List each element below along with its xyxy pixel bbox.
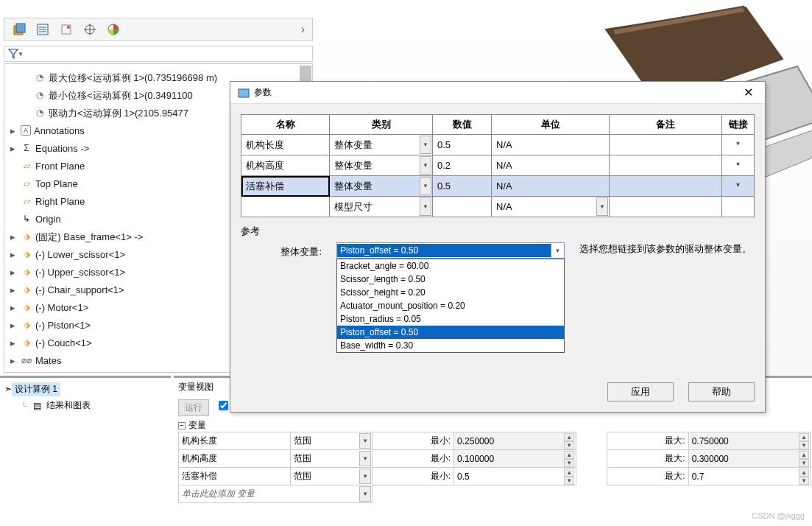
mates-icon: ⌀⌀ [21,354,32,366]
part-icon: ⬗ [21,284,32,295]
sensor-icon: ◔ [34,89,46,101]
filter-dd[interactable]: ▼ [18,51,24,57]
var-name-cell[interactable]: 机构高度 [179,450,291,468]
part-icon: ⬗ [21,231,32,242]
tab-sketch-icon[interactable] [57,21,75,38]
max-input[interactable]: 0.300000▲▼ [688,450,811,468]
spinner-icon[interactable]: ▲▼ [799,469,809,484]
max-label: 最大: [607,450,688,468]
combo-selected-value: Piston_offset = 0.50 [337,244,551,257]
run-checkbox[interactable] [219,401,228,410]
combo-option[interactable]: Scissor_height = 0.20 [337,286,564,299]
max-label: 最大: [607,468,688,485]
combo-dropdown-list: Bracket_angle = 60.00 Scissor_length = 0… [336,259,565,353]
spinner-icon[interactable]: ▲▼ [564,469,574,484]
variable-row: 活塞补偿 范围▼ 最小: 0.5▲▼ 最大: 0.7▲▼ [179,468,811,485]
col-name: 名称 [241,115,330,135]
sensor-icon: ◔ [34,107,46,119]
combo-option[interactable]: Base_width = 0.30 [337,339,564,352]
var-type-cell[interactable]: 范围▼ [291,450,373,468]
part-icon: ⬗ [21,301,32,313]
design-study-root[interactable]: ➣设计算例 1 [4,382,166,399]
combo-option[interactable]: Piston_radius = 0.05 [337,312,564,326]
filter-bar: ▼ [4,46,313,62]
tab-more-arrow[interactable]: › [301,23,305,36]
part-icon: ⬗ [21,337,32,348]
var-name-cell[interactable]: 活塞补偿 [179,468,291,485]
dropdown-icon[interactable]: ▼ [420,136,431,154]
run-button[interactable]: 运行 [178,399,209,416]
var-type-cell[interactable]: 范围▼ [291,432,373,450]
spinner-icon[interactable]: ▲▼ [799,433,809,449]
dropdown-icon[interactable]: ▼ [420,156,431,175]
col-unit: 单位 [492,115,610,135]
dialog-titlebar[interactable]: 参数 ✕ [230,82,765,104]
max-input[interactable]: 0.7▲▼ [688,468,811,485]
plane-icon: ▱ [21,178,32,189]
svg-rect-13 [239,89,249,97]
dialog-title-text: 参数 [254,86,272,99]
annotations-icon: A [21,125,31,136]
equations-icon: Σ [21,142,32,154]
table-row[interactable]: 模型尺寸▼ N/A▼ [241,197,755,217]
parameters-dialog: 参数 ✕ 名称 类别 数值 单位 备注 链接 机构长度 整体变量▼ 0.5 N/… [230,81,766,413]
help-button[interactable]: 帮助 [688,382,755,401]
reference-section: 参考 整体变量: Piston_offset = 0.50 ▼ Bracket_… [241,225,755,259]
spinner-icon[interactable]: ▲▼ [564,433,574,449]
max-label: 最大: [607,432,688,450]
svg-point-7 [67,26,70,29]
min-input[interactable]: 0.5▲▼ [454,468,576,485]
var-name-cell[interactable]: 机构长度 [179,432,291,450]
table-header-row: 名称 类别 数值 单位 备注 链接 [241,115,755,135]
var-type-cell[interactable]: 范围▼ [291,468,373,485]
variables-table: 机构长度 范围▼ 最小: 0.250000▲▼ 最大: 0.750000▲▼ 机… [178,432,811,503]
close-button[interactable]: ✕ [739,85,758,99]
tab-list-icon[interactable] [34,21,52,38]
dropdown-icon[interactable]: ▼ [596,197,608,216]
dropdown-icon[interactable]: ▼ [359,486,371,502]
section-variables-label: 变量 [188,420,206,430]
chevron-down-icon[interactable]: ▼ [551,243,564,258]
min-label: 最小: [373,450,454,468]
variable-view-tab[interactable]: 变量视图 [178,381,213,393]
tab-cube-icon[interactable] [10,21,28,38]
feature-manager-tabs: › [4,18,313,41]
watermark: CSDN @jkggg [752,511,805,520]
reference-label: 参考 [241,225,755,238]
dropdown-icon[interactable]: ▼ [359,451,371,466]
tab-appearance-icon[interactable] [105,21,122,38]
min-input[interactable]: 0.100000▲▼ [454,450,576,468]
variable-row: 机构高度 范围▼ 最小: 0.100000▲▼ 最大: 0.300000▲▼ [179,450,811,468]
min-label: 最小: [373,468,454,485]
table-row[interactable]: 机构长度 整体变量▼ 0.5 N/A * [241,135,755,155]
collapse-toggle[interactable]: − [178,422,186,429]
col-remark: 备注 [610,115,722,135]
plane-icon: ▱ [21,160,32,172]
combo-option[interactable]: Bracket_angle = 60.00 [337,259,564,273]
dropdown-icon[interactable]: ▼ [359,469,371,484]
min-input[interactable]: 0.250000▲▼ [454,432,576,450]
table-row[interactable]: 机构高度 整体变量▼ 0.2 N/A * [241,155,755,176]
dropdown-icon[interactable]: ▼ [420,177,431,195]
spinner-icon[interactable]: ▲▼ [564,451,574,466]
add-variable-row[interactable]: 单击此处添加 变量▼ [179,485,811,503]
part-icon: ⬗ [21,319,32,331]
part-icon: ⬗ [21,248,32,260]
tab-target-icon[interactable] [81,21,99,38]
dropdown-icon[interactable]: ▼ [359,433,371,449]
global-variable-combo[interactable]: Piston_offset = 0.50 ▼ [336,242,565,259]
max-input[interactable]: 0.750000▲▼ [688,432,811,450]
plane-icon: ▱ [21,195,32,207]
combo-label: 整体变量: [241,242,322,259]
sensor-icon: ◔ [34,71,46,83]
combo-option-selected[interactable]: Piston_offset = 0.50 [337,326,564,339]
combo-option[interactable]: Scissor_length = 0.50 [337,273,564,286]
apply-button[interactable]: 应用 [607,382,674,401]
variable-row: 机构长度 范围▼ 最小: 0.250000▲▼ 最大: 0.750000▲▼ [179,432,811,450]
parameters-table: 名称 类别 数值 单位 备注 链接 机构长度 整体变量▼ 0.5 N/A * 机… [241,114,755,217]
combo-option[interactable]: Actuator_mount_position = 0.20 [337,299,564,312]
dropdown-icon[interactable]: ▼ [420,197,431,216]
table-row-selected[interactable]: 活塞补偿 整体变量▼ 0.5 N/A * [241,176,755,197]
design-study-results[interactable]: └▤结果和图表 [4,399,166,412]
spinner-icon[interactable]: ▲▼ [799,451,809,466]
